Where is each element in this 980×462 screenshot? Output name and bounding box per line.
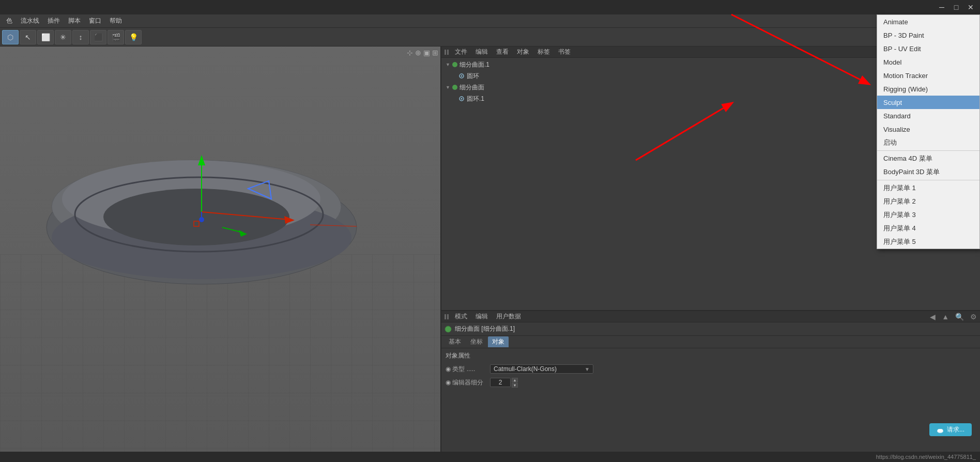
tab-basic[interactable]: 基本 — [445, 336, 465, 347]
dropdown-item-BP---3D-Paint[interactable]: BP - 3D Paint — [877, 28, 979, 42]
row-label-torus1: 圆环.1 — [467, 95, 946, 103]
outliner-menu-file[interactable]: 文件 — [453, 48, 469, 56]
menu-plugin[interactable]: 插件 — [43, 14, 64, 27]
light-tool-button[interactable]: 💡 — [125, 30, 142, 44]
property-row-type: ◉ 类型 ..... Catmull-Clark(N-Gons) ▼ — [446, 363, 976, 375]
status-url: https://blog.csdn.net/weixin_44775811_ — [876, 454, 976, 460]
svg-point-14 — [199, 217, 204, 222]
outliner-menu-object[interactable]: 对象 — [515, 48, 531, 56]
select-tool-button[interactable]: ↖ — [20, 30, 36, 44]
menu-pipeline[interactable]: 流水线 — [17, 14, 43, 27]
svg-point-27 — [940, 429, 943, 432]
maximize-button[interactable]: □ — [949, 2, 963, 13]
panel-right-arrow[interactable]: ◀ — [930, 313, 936, 321]
workspace-dropdown-menu: AnimateBP - 3D PaintBP - UV EditModelMot… — [877, 14, 980, 249]
row-label-torus: 圆环 — [467, 72, 946, 81]
dropdown-item-Cinema-4D-菜单[interactable]: Cinema 4D 菜单 — [877, 152, 979, 165]
prop-label-type: ◉ 类型 ..... — [446, 365, 487, 374]
panel-search-icon[interactable]: 🔍 — [955, 313, 964, 321]
bottom-menu-userdata[interactable]: 用户数据 — [494, 312, 523, 321]
row-label-subdivision1: 细分曲面.1 — [460, 60, 946, 69]
svg-point-23 — [461, 98, 462, 100]
grid-tool-button[interactable]: ⬛ — [90, 30, 106, 44]
panel-up-arrow[interactable]: ▲ — [942, 313, 949, 321]
property-tabs: 基本 坐标 对象 — [441, 336, 980, 348]
menu-script[interactable]: 脚本 — [64, 14, 85, 27]
object-label-row: 细分曲面 [细分曲面.1] — [441, 322, 980, 336]
svg-point-24 — [445, 326, 451, 332]
viewport-canvas: ⊹ ⊕ ▣ ⊞ — [0, 47, 440, 462]
dropdown-item-BP---UV-Edit[interactable]: BP - UV Edit — [877, 42, 979, 55]
dropdown-item-用户菜单-1[interactable]: 用户菜单 1 — [877, 181, 979, 195]
prop-label-subdiv: ◉ 编辑器细分 — [446, 378, 487, 387]
outliner-menu-view[interactable]: 查看 — [494, 48, 511, 56]
outliner-menu-edit[interactable]: 编辑 — [473, 48, 490, 56]
dropdown-item-Motion-Tracker[interactable]: Motion Tracker — [877, 69, 979, 82]
move-icon[interactable]: ⊹ — [407, 49, 413, 57]
prop-value-type[interactable]: Catmull-Clark(N-Gons) ▼ — [490, 364, 593, 374]
zoom-icon[interactable]: ⊕ — [415, 49, 421, 57]
dropdown-item-启动[interactable]: 启动 — [877, 136, 979, 149]
panel-grip — [445, 50, 449, 55]
prop-value-type-text: Catmull-Clark(N-Gons) — [494, 365, 557, 373]
viewport-overlay-icons: ⊹ ⊕ ▣ ⊞ — [407, 49, 438, 57]
menu-help[interactable]: 帮助 — [105, 14, 126, 27]
tab-coord[interactable]: 坐标 — [466, 336, 487, 347]
stepper-up[interactable]: ▲ — [512, 378, 518, 382]
dropdown-item-Animate[interactable]: Animate — [877, 15, 979, 28]
toolbar: ⬡ ↖ ⬜ ✳ ↕ ⬛ 🎬 💡 — [0, 28, 980, 47]
request-button[interactable]: 请求... — [929, 423, 972, 436]
3d-object — [21, 98, 382, 295]
camera-tool-button[interactable]: 🎬 — [108, 30, 124, 44]
property-section-title: 对象属性 — [446, 351, 976, 360]
menu-bar: 色 流水线 插件 脚本 窗口 帮助 — [0, 14, 980, 28]
dropdown-item-Rigging-(Wide)[interactable]: Rigging (Wide) — [877, 82, 979, 96]
cube-tool-button[interactable]: ⬡ — [2, 30, 19, 44]
status-bar: https://blog.csdn.net/weixin_44775811_ — [0, 452, 980, 462]
dropdown-item-Model[interactable]: Model — [877, 55, 979, 69]
outliner-menu-bookmark[interactable]: 书签 — [556, 48, 573, 56]
bottom-panel-header: 模式 编辑 用户数据 ◀ ▲ 🔍 ⚙ — [441, 311, 980, 322]
stepper-container: 2 ▲ ▼ — [490, 378, 518, 388]
bottom-menu-mode[interactable]: 模式 — [453, 312, 469, 321]
stepper-down[interactable]: ▼ — [512, 383, 518, 388]
minimize-button[interactable]: ─ — [935, 2, 949, 13]
torus-icon — [458, 73, 465, 79]
tab-object[interactable]: 对象 — [488, 336, 509, 347]
bottom-panel: 模式 编辑 用户数据 ◀ ▲ 🔍 ⚙ 细分曲面 [细分曲面.1] 基本 坐标 对… — [440, 310, 980, 462]
object-tool-button[interactable]: ⬜ — [37, 30, 54, 44]
menu-color[interactable]: 色 — [2, 14, 17, 27]
fullscreen-icon[interactable]: ▣ — [423, 49, 430, 57]
move-tool-button[interactable]: ↕ — [72, 30, 89, 44]
dropdown-item-BodyPaint-3D-菜单[interactable]: BodyPaint 3D 菜单 — [877, 165, 979, 179]
dropdown-item-用户菜单-2[interactable]: 用户菜单 2 — [877, 195, 979, 208]
svg-point-21 — [461, 75, 462, 77]
type-dropdown-arrow: ▼ — [585, 366, 590, 372]
dropdown-item-Standard[interactable]: Standard — [877, 109, 979, 122]
outliner-menu-tag[interactable]: 标签 — [535, 48, 552, 56]
cloud-icon — [937, 426, 944, 434]
dropdown-item-Sculpt[interactable]: Sculpt — [877, 96, 979, 109]
menu-window[interactable]: 窗口 — [85, 14, 105, 27]
object-type-icon — [445, 326, 452, 333]
object-label: 细分曲面 [细分曲面.1] — [455, 325, 515, 333]
dropdown-item-用户菜单-4[interactable]: 用户菜单 4 — [877, 222, 979, 235]
star-tool-button[interactable]: ✳ — [55, 30, 71, 44]
row-label-subdivision2: 细分曲面 — [460, 83, 946, 92]
dropdown-item-用户菜单-5[interactable]: 用户菜单 5 — [877, 235, 979, 249]
bottom-menu-edit[interactable]: 编辑 — [473, 312, 490, 321]
panel-settings-icon[interactable]: ⚙ — [970, 313, 977, 321]
torus1-icon — [458, 96, 465, 102]
close-button[interactable]: ✕ — [963, 2, 978, 13]
stepper-arrows: ▲ ▼ — [512, 378, 518, 388]
object-icon-green2 — [452, 85, 457, 90]
dropdown-item-用户菜单-3[interactable]: 用户菜单 3 — [877, 208, 979, 222]
property-row-subdiv: ◉ 编辑器细分 2 ▲ ▼ — [446, 377, 976, 388]
object-icon-green — [452, 62, 457, 67]
viewport[interactable]: ⊹ ⊕ ▣ ⊞ — [0, 47, 440, 462]
grid-icon[interactable]: ⊞ — [432, 49, 438, 57]
property-area: 对象属性 ◉ 类型 ..... Catmull-Clark(N-Gons) ▼ … — [441, 348, 980, 462]
subdiv-value[interactable]: 2 — [490, 378, 511, 387]
dropdown-item-Visualize[interactable]: Visualize — [877, 122, 979, 136]
bottom-panel-grip — [445, 314, 449, 319]
